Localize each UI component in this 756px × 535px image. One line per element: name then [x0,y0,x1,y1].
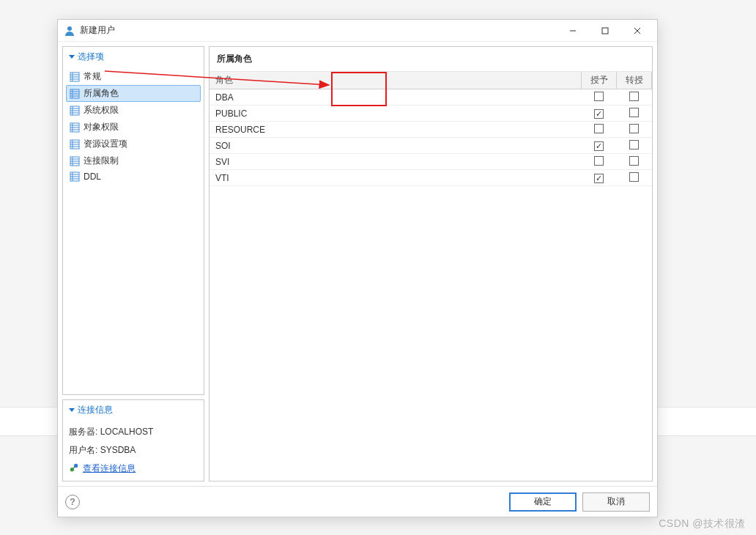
regrant-checkbox[interactable] [629,140,639,150]
sheet-icon [70,171,80,182]
grant-checkbox[interactable] [594,141,604,151]
regrant-checkbox[interactable] [629,172,639,182]
regrant-checkbox[interactable] [629,124,639,133]
regrant-cell [617,154,652,170]
nav-item-label: 所属角色 [84,87,119,100]
grant-cell [582,138,617,154]
nav-item[interactable]: 系统权限 [66,102,201,119]
minimize-button[interactable] [557,21,588,41]
svg-rect-1 [602,28,608,34]
link-icon [69,462,79,475]
content-panel: 所属角色 角色 授予 转授 DBAPUBLICRESOURCESOISVIVTI [209,46,653,482]
nav-item-label: DDL [84,171,101,182]
triangle-down-icon [69,55,75,59]
table-row[interactable]: PUBLIC [210,106,652,122]
connection-box: 连接信息 服务器: LOCALHOST 用户名: SYSDBA [62,399,204,482]
nav-item[interactable]: 常规 [66,68,201,85]
role-cell: VTI [210,170,582,186]
regrant-checkbox[interactable] [629,92,639,101]
regrant-cell [617,138,652,154]
nav-item-label: 连接限制 [84,155,119,167]
nav-item[interactable]: 所属角色 [66,85,201,102]
nav-item[interactable]: 对象权限 [66,119,201,136]
col-role-header[interactable]: 角色 [210,72,582,89]
grant-cell [582,89,617,106]
regrant-cell [617,89,652,106]
grant-checkbox[interactable] [594,174,604,183]
table-row[interactable]: SOI [210,138,652,154]
regrant-checkbox[interactable] [629,108,639,117]
sheet-icon [70,156,80,166]
window-controls [557,21,653,41]
sheet-icon [70,72,80,82]
table-row[interactable]: VTI [210,170,652,186]
grant-cell [582,122,617,138]
grant-checkbox[interactable] [594,92,604,101]
titlebar: 新建用户 [58,20,657,42]
sheet-icon [70,139,80,150]
sheet-icon [70,106,80,116]
regrant-cell [617,106,652,122]
role-cell: DBA [210,89,582,106]
cancel-button[interactable]: 取消 [582,492,650,512]
nav-item[interactable]: DDL [66,169,201,184]
watermark: CSDN @技术很渣 [659,517,746,531]
content-title: 所属角色 [210,47,652,72]
user-row: 用户名: SYSDBA [69,441,198,460]
nav-item-label: 对象权限 [84,121,119,133]
regrant-checkbox[interactable] [629,156,639,166]
help-button[interactable]: ? [65,495,80,509]
connection-header[interactable]: 连接信息 [63,400,204,420]
connection-link-row: 查看连接信息 [69,460,198,475]
nav-item-label: 系统权限 [84,104,119,117]
nav-item-label: 资源设置项 [84,138,127,150]
maximize-button[interactable] [590,21,620,41]
dialog-body: 选择项 常规所属角色系统权限对象权限资源设置项连接限制DDL 连接信息 服务器:… [58,42,657,486]
nav-header[interactable]: 选择项 [63,47,204,67]
role-cell: RESOURCE [210,122,582,138]
server-row: 服务器: LOCALHOST [69,423,198,441]
col-grant-header[interactable]: 授予 [582,72,617,89]
sheet-icon [70,89,80,99]
grant-checkbox[interactable] [594,109,604,119]
roles-table: 角色 授予 转授 DBAPUBLICRESOURCESOISVIVTI [210,72,652,186]
user-value: SYSDBA [100,445,136,455]
sidebar: 选择项 常规所属角色系统权限对象权限资源设置项连接限制DDL 连接信息 服务器:… [62,46,204,482]
close-button[interactable] [622,21,653,41]
table-row[interactable]: DBA [210,89,652,106]
grant-checkbox[interactable] [594,124,604,133]
regrant-cell [617,122,652,138]
ok-button[interactable]: 确定 [509,492,577,512]
nav-list: 常规所属角色系统权限对象权限资源设置项连接限制DDL [63,67,204,188]
view-connection-link[interactable]: 查看连接信息 [83,462,136,475]
col-regrant-header[interactable]: 转授 [617,72,652,89]
dialog-window: 新建用户 选择项 常规所属角色系统权限对象权限资源设置项连接限制DDL 连接信息 [57,19,658,517]
server-value: LOCALHOST [100,427,154,437]
role-cell: SOI [210,138,582,154]
grant-cell [582,106,617,122]
nav-box: 选择项 常规所属角色系统权限对象权限资源设置项连接限制DDL [62,46,204,395]
triangle-down-icon [69,408,75,412]
table-row[interactable]: SVI [210,154,652,170]
grant-cell [582,154,617,170]
nav-item[interactable]: 资源设置项 [66,136,201,152]
nav-header-label: 选择项 [78,51,104,63]
role-cell: PUBLIC [210,106,582,122]
connection-header-label: 连接信息 [78,404,113,416]
user-label: 用户名: [69,445,97,455]
regrant-cell [617,170,652,186]
user-icon [64,25,75,37]
svg-line-41 [73,467,75,468]
server-label: 服务器: [69,427,97,437]
grant-checkbox[interactable] [594,156,604,166]
window-title: 新建用户 [80,24,557,37]
role-cell: SVI [210,154,582,170]
nav-item-label: 常规 [84,70,101,83]
connection-body: 服务器: LOCALHOST 用户名: SYSDBA 查看连接信息 [63,420,204,481]
dialog-footer: ? 确定 取消 [58,486,657,517]
sheet-icon [70,122,80,133]
grant-cell [582,170,617,186]
table-row[interactable]: RESOURCE [210,122,652,138]
nav-item[interactable]: 连接限制 [66,152,201,169]
table-wrap: 角色 授予 转授 DBAPUBLICRESOURCESOISVIVTI [210,72,652,481]
